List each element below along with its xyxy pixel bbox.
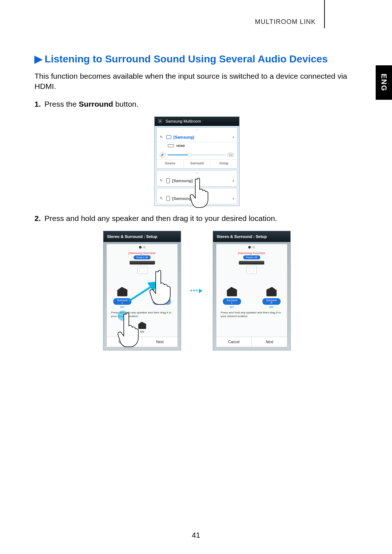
tv-icon <box>166 135 171 139</box>
step-1: 1. Press the Surround button. <box>34 100 359 108</box>
device-row-3[interactable]: ✎ [Samsung] M5 › <box>157 193 237 204</box>
step-1-text: Press the Surround button. <box>45 100 139 108</box>
group-button[interactable]: Group <box>211 160 237 167</box>
intro-paragraph: This function becomes available when the… <box>34 71 359 92</box>
speaker-icon <box>166 196 170 201</box>
surround-right-slot[interactable]: Surround R M5 <box>262 287 281 309</box>
setup-hint: Press and hold any speaker and then drag… <box>216 309 287 318</box>
surround-button[interactable]: Surround <box>184 160 211 167</box>
chevron-right-icon[interactable]: › <box>233 178 234 183</box>
language-text: ENG <box>380 74 388 91</box>
hdmi-label: HDMI <box>176 144 185 148</box>
hdmi-icon <box>168 144 174 147</box>
speaker-shape-icon <box>266 287 277 296</box>
step-1-text-bold: Surround <box>79 100 113 108</box>
device-3-name: [Samsung] M5 <box>172 196 230 201</box>
app-title: Samsung Multiroom <box>166 119 201 123</box>
setup-title: Stereo & Surround : Setup <box>213 231 290 242</box>
volume-slider[interactable] <box>168 155 225 155</box>
gear-icon[interactable] <box>158 119 163 124</box>
page-dots <box>107 244 177 251</box>
surround-r-pill: Surround R <box>262 298 281 305</box>
listener-icon <box>246 266 257 274</box>
surround-left-slot[interactable]: Surround L M7 <box>223 287 241 309</box>
phone-screenshot-3: Stereo & Surround : Setup [Samsung] Soun… <box>213 231 291 350</box>
tap-hand-icon <box>116 309 142 349</box>
front-pill: Front L+R <box>243 255 260 259</box>
transition-arrow-icon: •••▶ <box>190 287 204 294</box>
volume-thumb[interactable] <box>188 153 191 157</box>
device-row-1[interactable]: ✎ [Samsung] › <box>157 132 237 142</box>
card-buttons: Source Surround Group <box>157 159 237 167</box>
surround-l-pill: Surround L <box>223 298 241 305</box>
step-2: 2. Press and hold any speaker and then d… <box>34 214 359 223</box>
svg-point-0 <box>159 120 161 122</box>
soundbar-label: [Samsung] Soundbar <box>107 251 177 255</box>
volume-row: 🔊 EQ <box>157 151 237 159</box>
edit-icon[interactable]: ✎ <box>160 135 164 139</box>
next-button[interactable]: Next <box>252 337 287 347</box>
figure-2: Stereo & Surround : Setup [Samsung] Soun… <box>34 231 359 350</box>
page-number: 41 <box>0 531 392 539</box>
drag-handle-icon[interactable]: ═ <box>157 128 237 132</box>
step-2-text: Press and hold any speaker and then drag… <box>45 214 277 223</box>
app-titlebar: Samsung Multiroom <box>155 117 239 126</box>
soundbar-icon <box>130 261 155 264</box>
chevron-right-icon[interactable]: › <box>233 196 234 201</box>
phone-screenshot-1: Samsung Multiroom ═ ✎ [Samsung] › HDMI 🔊 <box>154 116 240 206</box>
section-title: ▶ Listening to Surround Sound Using Seve… <box>34 53 359 65</box>
soundbar-label: [Samsung] Soundbar <box>216 251 287 255</box>
speaker-icon <box>166 178 170 183</box>
header-rule <box>324 0 325 28</box>
step-2-number: 2. <box>34 214 41 223</box>
play-arrow-icon: ▶ <box>34 53 42 65</box>
drag-handle-icon[interactable]: ═ <box>157 171 237 175</box>
phone-screenshot-2: Stereo & Surround : Setup [Samsung] Soun… <box>103 231 181 350</box>
listener-icon <box>137 266 147 274</box>
surround-r-name: M5 <box>262 305 281 309</box>
device-row-2[interactable]: ✎ [Samsung] › <box>157 175 237 186</box>
soundbar-icon <box>239 261 264 264</box>
chevron-right-icon[interactable]: › <box>233 135 234 140</box>
step-1-number: 1. <box>34 100 41 108</box>
section-title-text: Listening to Surround Sound Using Severa… <box>45 53 359 65</box>
drag-hand-icon <box>148 267 174 308</box>
device-1-name: [Samsung] <box>173 135 230 139</box>
speaker-shape-icon <box>227 287 237 296</box>
device-card-3: ═ ✎ [Samsung] M5 › <box>156 188 237 204</box>
device-card-1: ═ ✎ [Samsung] › HDMI 🔊 E <box>156 127 237 169</box>
hdmi-row: HDMI <box>157 142 237 151</box>
eq-button[interactable]: EQ <box>228 153 234 157</box>
device-2-name: [Samsung] <box>172 178 230 183</box>
surround-l-name: M7 <box>223 305 241 309</box>
cancel-button[interactable]: Cancel <box>216 337 252 347</box>
front-pill: Front L+R <box>134 255 151 259</box>
edit-icon[interactable]: ✎ <box>160 178 164 182</box>
device-card-2: ═ ✎ [Samsung] › <box>156 170 237 186</box>
source-button[interactable]: Source <box>157 160 184 167</box>
figure-1: Samsung Multiroom ═ ✎ [Samsung] › HDMI 🔊 <box>34 116 359 206</box>
soundbar-slot: [Samsung] Soundbar Front L+R <box>216 251 287 276</box>
volume-icon[interactable]: 🔊 <box>160 152 166 158</box>
page-dots <box>216 244 287 251</box>
setup-title: Stereo & Surround : Setup <box>103 231 181 242</box>
edit-icon[interactable]: ✎ <box>160 196 164 200</box>
step-1-text-c: button. <box>113 100 139 108</box>
language-tab: ENG <box>376 65 392 100</box>
step-1-text-a: Press the <box>45 100 79 108</box>
drag-handle-icon[interactable]: ═ <box>157 188 237 193</box>
header-section-label: MULTIROOM LINK <box>255 18 316 26</box>
next-button[interactable]: Next <box>142 337 177 347</box>
surround-l-name: M7 <box>113 305 131 309</box>
